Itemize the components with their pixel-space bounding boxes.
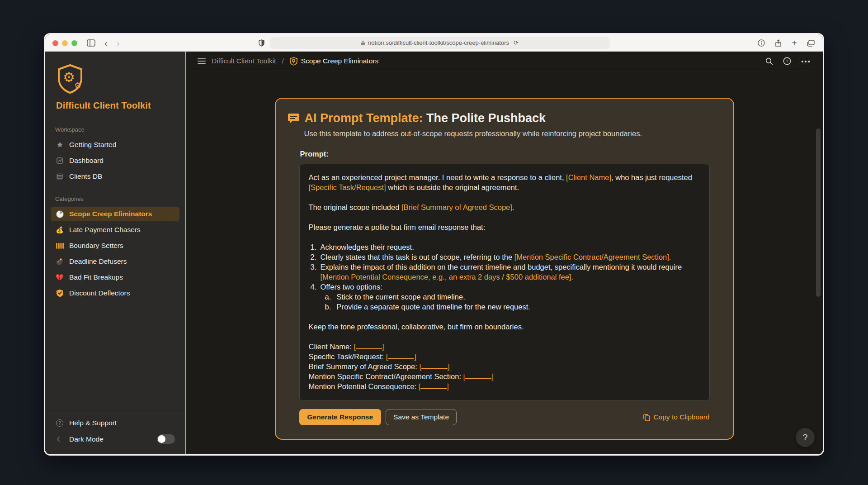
shield-gear-page-icon (290, 57, 297, 66)
help-support-item[interactable]: ? Help & Support (51, 416, 179, 430)
generate-response-button[interactable]: Generate Response (299, 409, 382, 425)
sidebar-item-deadline-defusers[interactable]: 💣Deadline Defusers (51, 254, 179, 269)
zoom-window-button[interactable] (71, 40, 77, 46)
prompt-placeholder: [Mention Potential Consequence, e.g., an… (321, 273, 574, 281)
field-label: Client Name: (309, 342, 354, 351)
card-title-accent: AI Prompt Template: (305, 111, 423, 125)
sidebar-item-discount-deflectors[interactable]: Discount Deflectors (51, 286, 179, 300)
prompt-list-item: b.Provide a separate quote and timeline … (325, 302, 700, 312)
sidebar-item-label: Scope Creep Eliminators (69, 210, 152, 218)
sidebar-item-bad-fit-breakups[interactable]: 💔Bad Fit Breakups (51, 270, 179, 285)
reader-info-icon[interactable] (758, 39, 765, 47)
scrollbar-thumb[interactable] (816, 128, 821, 297)
card-header: AI Prompt Template: The Polite Pushback (276, 111, 733, 125)
list-item-text: Clearly states that this task is out of … (321, 252, 700, 262)
field-label: Mention Potential Consequence: (309, 382, 419, 390)
moon-icon: ☾ (55, 436, 64, 442)
dark-mode-label: Dark Mode (69, 435, 104, 443)
main-area: Difficult Client Toolkit / Scope Creep E… (186, 52, 823, 454)
prompt-placeholder: [Brief Summary of Agreed Scope] (401, 203, 512, 211)
desktop-background: ‹ › notion.so/difficult-client-toolkit/s… (0, 0, 868, 485)
prompt-field-line-specific-task-request: Specific Task/Request: [] (309, 352, 700, 361)
prompt-paragraph: Please generate a polite but firm email … (309, 222, 700, 232)
more-options-icon[interactable]: ••• (801, 57, 811, 65)
privacy-shield-icon[interactable] (259, 39, 264, 47)
field-bracket: ] (491, 372, 494, 380)
workspace-items: Getting StartedDashboardClients DB (51, 138, 179, 184)
prompt-text: which is outside the original agreement. (386, 183, 519, 191)
help-circle-icon: ? (55, 419, 64, 427)
minimize-window-button[interactable] (62, 40, 68, 46)
sidebar-item-clients-db[interactable]: Clients DB (51, 169, 179, 184)
money-bag-icon: 💰 (55, 227, 64, 233)
refresh-icon[interactable]: ⟳ (514, 39, 519, 46)
sidebar-item-label: Late Payment Chasers (69, 226, 141, 234)
category-items: Scope Creep Eliminators💰Late Payment Cha… (51, 207, 179, 300)
forward-button[interactable]: › (117, 38, 120, 48)
list-item-text: Provide a separate quote and timeline fo… (337, 302, 700, 312)
prompt-text: Acknowledges their request. (321, 243, 414, 251)
prompt-field-line-brief-summary-of-agreed-scope: Brief Summary of Agreed Scope: [] (309, 361, 700, 371)
floating-help-button[interactable]: ? (796, 428, 815, 447)
prompt-field-line-mention-potential-consequence: Mention Potential Consequence: [] (309, 381, 700, 391)
prompt-text-box: Act as an experienced project manager. I… (299, 164, 710, 401)
browser-chrome-bar: ‹ › notion.so/difficult-client-toolkit/s… (45, 34, 823, 52)
prompt-field-line-mention-specific-contract-agreement-section: Mention Specific Contract/Agreement Sect… (309, 371, 700, 381)
gear-icon: ⚙ (74, 81, 81, 90)
field-bracket: ] (414, 352, 416, 361)
list-item-text: Offers two options: (321, 282, 700, 292)
prompt-text: The original scope included (309, 203, 401, 211)
prompt-text: Keep the tone professional, collaborativ… (309, 323, 524, 331)
copy-to-clipboard-button[interactable]: Copy to Clipboard (643, 413, 709, 421)
prompt-placeholder: [Client Name] (566, 173, 611, 181)
save-as-template-button[interactable]: Save as Template (386, 409, 457, 425)
card-body: Prompt: Act as an experienced project ma… (276, 150, 733, 425)
window-controls (52, 34, 77, 52)
sidebar-item-label: Getting Started (69, 141, 116, 149)
dark-mode-toggle[interactable] (157, 434, 175, 444)
breadcrumb-page[interactable]: Scope Creep Eliminators (290, 57, 378, 66)
app-title: Difficult Client Toolkit (56, 100, 175, 111)
categories-section-label: Categories (55, 195, 175, 202)
sidebar-item-label: Boundary Setters (69, 242, 123, 250)
field-bracket: ] (447, 382, 449, 390)
sidebar-item-late-payment-chasers[interactable]: 💰Late Payment Chasers (51, 223, 179, 237)
list-item-text: Acknowledges their request. (321, 242, 700, 252)
help-icon[interactable]: ? (783, 57, 791, 65)
breadcrumb-page-label: Scope Creep Eliminators (301, 57, 378, 65)
sidebar-item-label: Clients DB (69, 172, 102, 181)
star-icon (55, 141, 64, 148)
sidebar-item-label: Bad Fit Breakups (69, 273, 123, 281)
help-support-label: Help & Support (69, 419, 117, 427)
sidebar-item-boundary-setters[interactable]: Boundary Setters (51, 238, 179, 253)
sidebar-item-scope-creep-eliminators[interactable]: Scope Creep Eliminators (51, 207, 179, 221)
card-title-rest: The Polite Pushback (423, 111, 546, 125)
share-icon[interactable] (775, 39, 782, 47)
tab-overview-icon[interactable] (807, 40, 815, 47)
new-tab-icon[interactable]: + (792, 38, 797, 48)
speech-bubble-icon (288, 113, 300, 124)
sidebar-toggle-icon[interactable] (87, 39, 95, 47)
url-bar[interactable]: notion.so/difficult-client-toolkit/scope… (270, 37, 610, 49)
breadcrumb-root[interactable]: Difficult Client Toolkit (212, 57, 276, 65)
back-button[interactable]: ‹ (104, 38, 108, 48)
sidebar-item-getting-started[interactable]: Getting Started (51, 138, 179, 152)
shield-check-icon (55, 289, 64, 297)
field-label: Specific Task/Request: (309, 352, 386, 361)
prompt-paragraph: Act as an experienced project manager. I… (309, 172, 700, 192)
sidebar-item-label: Deadline Defusers (69, 257, 127, 266)
sidebar-footer: ? Help & Support ☾ Dark Mode (45, 411, 185, 454)
topbar: Difficult Client Toolkit / Scope Creep E… (186, 52, 823, 71)
padlock-icon (361, 40, 365, 46)
hamburger-menu-icon[interactable] (198, 58, 206, 64)
list-marker: 4. (309, 282, 321, 292)
prompt-placeholder: [Specific Task/Request] (309, 183, 386, 191)
card-actions: Generate Response Save as Template Copy … (299, 409, 710, 425)
search-icon[interactable] (765, 57, 773, 65)
list-item-text: Explains the impact of this addition on … (321, 262, 700, 282)
copy-icon (643, 414, 650, 421)
bomb-icon: 💣 (55, 258, 64, 265)
database-icon (55, 173, 64, 180)
close-window-button[interactable] (52, 40, 58, 46)
sidebar-item-dashboard[interactable]: Dashboard (51, 153, 179, 168)
